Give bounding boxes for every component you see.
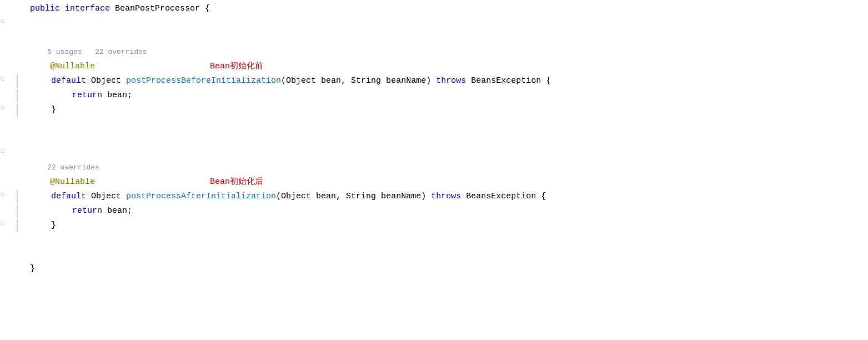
token: Object	[91, 76, 126, 86]
token: @Nullable	[50, 62, 95, 71]
gutter-indicator: ◻	[1, 74, 7, 80]
code-line: ◻ }	[0, 103, 868, 118]
token: Object	[91, 192, 126, 201]
line-text: 5 usages 22 overrides	[17, 46, 147, 59]
token: default	[51, 192, 91, 201]
line-text: default Object postProcessAfterInitializ…	[17, 190, 546, 203]
token: Bean初始化后	[210, 177, 263, 187]
token: }	[31, 105, 56, 114]
code-line	[0, 118, 868, 132]
code-line: 5 usages 22 overrides	[0, 46, 868, 60]
line-text	[17, 31, 35, 44]
token: return	[72, 206, 107, 216]
token: }	[31, 221, 56, 230]
line-text: }	[17, 103, 56, 117]
line-text: }	[17, 262, 35, 276]
token: }	[30, 264, 35, 273]
code-line: ◻ }	[0, 219, 868, 233]
code-line: @Nullable Bean初始化前	[0, 60, 868, 74]
line-text: default Object postProcessBeforeInitiali…	[17, 74, 551, 88]
token	[31, 192, 51, 201]
token	[32, 206, 72, 216]
token: (Object bean, String beanName)	[281, 76, 436, 86]
token	[30, 62, 50, 71]
token	[32, 91, 72, 100]
token: default	[51, 76, 91, 86]
token: (Object bean, String beanName)	[276, 192, 431, 201]
token: postProcessAfterInitialization	[126, 192, 276, 201]
token	[95, 177, 210, 187]
line-text	[17, 17, 35, 30]
line-text	[17, 147, 35, 160]
line-text	[17, 248, 35, 261]
line-text: @Nullable Bean初始化前	[17, 60, 263, 73]
token	[95, 62, 210, 71]
line-text: @Nullable Bean初始化后	[17, 176, 263, 189]
code-line: 22 overrides	[0, 161, 868, 176]
token: bean;	[107, 91, 132, 100]
line-text	[17, 132, 35, 146]
gutter-indicator: ◻	[1, 103, 7, 109]
line-text: 22 overrides	[17, 161, 99, 174]
code-viewer: public interface BeanPostProcessor {◻ 5 …	[0, 0, 868, 340]
gutter-indicator: ◻	[1, 17, 7, 22]
token: @Nullable	[50, 177, 95, 187]
token: throws	[431, 192, 466, 201]
code-line: ◻ default Object postProcessAfterInitial…	[0, 190, 868, 204]
code-line: public interface BeanPostProcessor {	[0, 2, 868, 17]
gutter-indicator: ◻	[1, 147, 7, 152]
gutter-indicator: ◻	[1, 219, 7, 224]
code-line: return bean;	[0, 89, 868, 103]
token: BeanPostProcessor {	[115, 4, 210, 13]
code-line	[0, 233, 868, 248]
token: 22 overrides	[30, 163, 99, 172]
line-text: public interface BeanPostProcessor {	[17, 2, 210, 16]
token: 5 usages 22 overrides	[30, 48, 147, 56]
token	[31, 76, 51, 86]
token	[30, 177, 50, 187]
code-line	[0, 31, 868, 46]
token: bean;	[107, 206, 132, 216]
token: throws	[436, 76, 471, 86]
token: postProcessBeforeInitialization	[126, 76, 281, 86]
line-text: }	[17, 219, 56, 232]
token: BeansException {	[471, 76, 551, 86]
code-line	[0, 132, 868, 147]
token: Bean初始化前	[210, 62, 263, 71]
code-line: @Nullable Bean初始化后	[0, 176, 868, 190]
code-line: return bean;	[0, 204, 868, 219]
token: interface	[65, 4, 115, 13]
line-text	[17, 118, 35, 131]
line-text: return bean;	[17, 204, 132, 218]
code-line: ◻	[0, 147, 868, 161]
code-line	[0, 248, 868, 262]
token: public	[30, 4, 65, 13]
token: return	[72, 91, 107, 100]
line-text	[17, 233, 35, 247]
code-line: }	[0, 262, 868, 277]
token: BeansException {	[466, 192, 546, 201]
code-line: ◻ default Object postProcessBeforeInitia…	[0, 74, 868, 89]
code-line: ◻	[0, 17, 868, 31]
gutter-indicator: ◻	[1, 190, 7, 196]
line-text: return bean;	[17, 89, 132, 102]
